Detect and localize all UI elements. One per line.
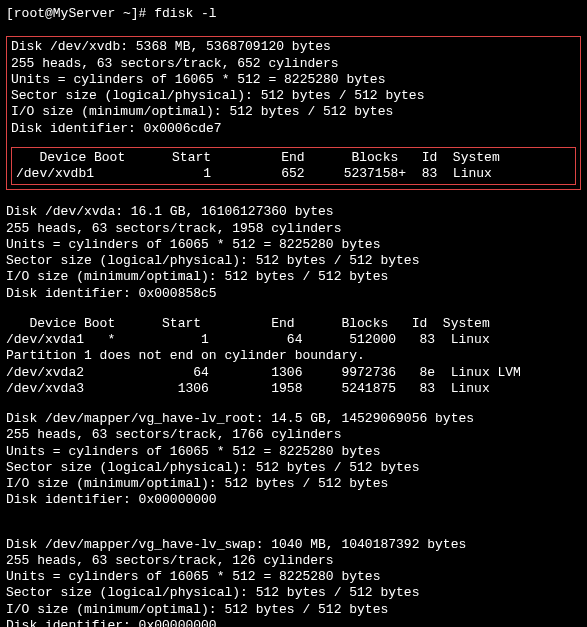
partition-row: /dev/xvdb1 1 652 5237158+ 83 Linux [16,166,571,182]
disk-units: Units = cylinders of 16065 * 512 = 82252… [6,237,581,253]
disk-units: Units = cylinders of 16065 * 512 = 82252… [11,72,576,88]
disk-header: Disk /dev/xvdb: 5368 MB, 5368709120 byte… [11,39,576,55]
disk-sector-size: Sector size (logical/physical): 512 byte… [6,253,581,269]
disk-identifier: Disk identifier: 0x000858c5 [6,286,581,302]
disk-header: Disk /dev/mapper/vg_have-lv_swap: 1040 M… [6,537,581,553]
disk-block-lv-swap: Disk /dev/mapper/vg_have-lv_swap: 1040 M… [6,537,581,628]
disk-identifier: Disk identifier: 0x0006cde7 [11,121,576,137]
disk-sector-size: Sector size (logical/physical): 512 byte… [6,585,581,601]
disk-block-lv-root: Disk /dev/mapper/vg_have-lv_root: 14.5 G… [6,411,581,509]
partition-table-header: Device Boot Start End Blocks Id System [6,316,581,332]
disk-geometry: 255 heads, 63 sectors/track, 126 cylinde… [6,553,581,569]
disk-io-size: I/O size (minimum/optimal): 512 bytes / … [6,602,581,618]
highlight-box-disk-xvdb: Disk /dev/xvdb: 5368 MB, 5368709120 byte… [6,36,581,190]
disk-header: Disk /dev/xvda: 16.1 GB, 16106127360 byt… [6,204,581,220]
disk-header: Disk /dev/mapper/vg_have-lv_root: 14.5 G… [6,411,581,427]
disk-identifier: Disk identifier: 0x00000000 [6,618,581,627]
disk-identifier: Disk identifier: 0x00000000 [6,492,581,508]
disk-sector-size: Sector size (logical/physical): 512 byte… [11,88,576,104]
disk-sector-size: Sector size (logical/physical): 512 byte… [6,460,581,476]
disk-geometry: 255 heads, 63 sectors/track, 1958 cylind… [6,221,581,237]
disk-geometry: 255 heads, 63 sectors/track, 1766 cylind… [6,427,581,443]
partition-row: /dev/xvda2 64 1306 9972736 8e Linux LVM [6,365,581,381]
disk-io-size: I/O size (minimum/optimal): 512 bytes / … [11,104,576,120]
disk-geometry: 255 heads, 63 sectors/track, 652 cylinde… [11,56,576,72]
disk-io-size: I/O size (minimum/optimal): 512 bytes / … [6,269,581,285]
partition-row: /dev/xvda1 * 1 64 512000 83 Linux [6,332,581,348]
disk-units: Units = cylinders of 16065 * 512 = 82252… [6,444,581,460]
disk-units: Units = cylinders of 16065 * 512 = 82252… [6,569,581,585]
partition-row: /dev/xvda3 1306 1958 5241875 83 Linux [6,381,581,397]
shell-prompt: [root@MyServer ~]# fdisk -l [6,6,581,22]
partition-warning: Partition 1 does not end on cylinder bou… [6,348,581,364]
highlight-box-partition-table: Device Boot Start End Blocks Id System /… [11,147,576,186]
disk-block-xvda: Disk /dev/xvda: 16.1 GB, 16106127360 byt… [6,204,581,397]
disk-io-size: I/O size (minimum/optimal): 512 bytes / … [6,476,581,492]
partition-table-header: Device Boot Start End Blocks Id System [16,150,571,166]
